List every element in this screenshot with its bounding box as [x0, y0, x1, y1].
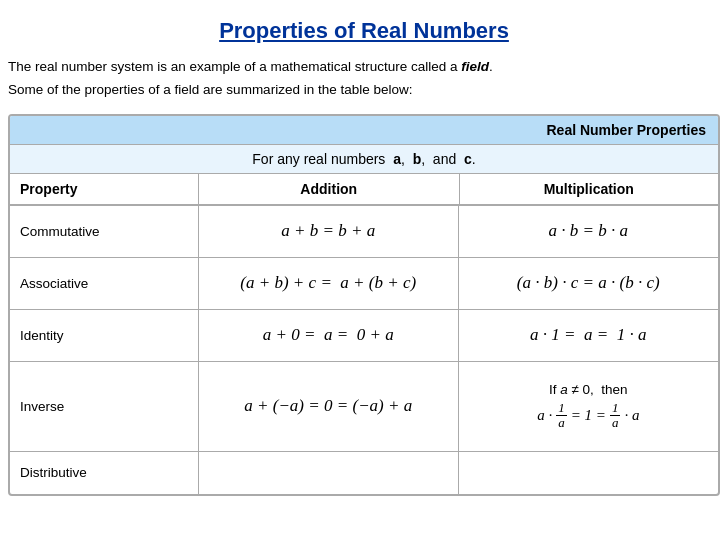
multiplication-associative: (a · b) · c = a · (b · c): [459, 258, 719, 309]
table-row: Distributive: [10, 452, 718, 494]
intro-line2: Some of the properties of a field are su…: [8, 82, 412, 97]
inverse-frac2: 1 a: [610, 401, 621, 431]
multiplication-distributive: [459, 452, 719, 494]
addition-identity: a + 0 = a = 0 + a: [199, 310, 459, 361]
intro-text: The real number system is an example of …: [8, 56, 720, 102]
multiplication-commutative: a · b = b · a: [459, 206, 719, 257]
addition-distributive: [199, 452, 459, 494]
inverse-a: a ·: [537, 407, 552, 424]
property-associative: Associative: [10, 258, 199, 309]
inverse-frac1: 1 a: [556, 401, 567, 431]
for-any-text: For any real numbers a, b, and c.: [252, 151, 475, 167]
if-then-text: If a ≠ 0, then: [549, 382, 628, 397]
properties-table: Real Number Properties For any real numb…: [8, 114, 720, 496]
property-commutative: Commutative: [10, 206, 199, 257]
multiplication-identity: a · 1 = a = 1 · a: [459, 310, 719, 361]
table-row: Identity a + 0 = a = 0 + a a · 1 = a = 1…: [10, 310, 718, 362]
property-identity: Identity: [10, 310, 199, 361]
property-distributive: Distributive: [10, 452, 199, 494]
table-row: Commutative a + b = b + a a · b = b · a: [10, 206, 718, 258]
for-any-row: For any real numbers a, b, and c.: [10, 145, 718, 174]
col-addition-header: Addition: [199, 174, 459, 204]
intro-line1: The real number system is an example of …: [8, 59, 461, 74]
addition-commutative: a + b = b + a: [199, 206, 459, 257]
property-inverse: Inverse: [10, 362, 199, 451]
addition-associative: (a + b) + c = a + (b + c): [199, 258, 459, 309]
addition-inverse: a + (−a) = 0 = (−a) + a: [199, 362, 459, 451]
multiplication-inverse: If a ≠ 0, then a · 1 a = 1 = 1 a · a: [459, 362, 719, 451]
page-title: Properties of Real Numbers: [8, 8, 720, 56]
intro-line1-end: .: [489, 59, 493, 74]
col-property-header: Property: [10, 174, 199, 204]
column-headers: Property Addition Multiplication: [10, 174, 718, 206]
table-row: Inverse a + (−a) = 0 = (−a) + a If a ≠ 0…: [10, 362, 718, 452]
col-multiplication-header: Multiplication: [459, 174, 719, 204]
table-header: Real Number Properties: [10, 116, 718, 145]
table-row: Associative (a + b) + c = a + (b + c) (a…: [10, 258, 718, 310]
inverse-dot-a: · a: [624, 407, 639, 424]
inverse-equals: = 1 =: [571, 407, 606, 424]
intro-field-word: field: [461, 59, 489, 74]
